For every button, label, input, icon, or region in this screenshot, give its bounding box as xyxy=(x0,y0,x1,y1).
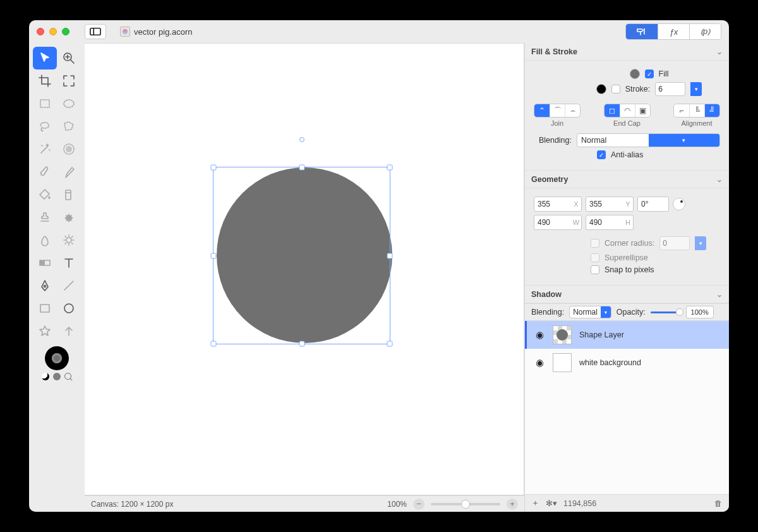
layer-blending-select[interactable]: Normal▾ xyxy=(569,306,611,318)
rotation-handle[interactable] xyxy=(299,137,304,142)
x-input[interactable]: 355X xyxy=(534,196,582,212)
pen-tool[interactable] xyxy=(33,274,57,297)
arrow-shape-tool[interactable] xyxy=(57,320,81,342)
eraser-tool[interactable] xyxy=(57,183,81,206)
layer-opacity-slider[interactable] xyxy=(651,311,681,313)
stroke-checkbox[interactable] xyxy=(611,85,620,94)
zoom-tool[interactable] xyxy=(57,47,81,70)
join-segmented[interactable]: ⌃ ⌒ ⌢ xyxy=(534,104,581,118)
handle-s[interactable] xyxy=(299,341,304,347)
canvas-size-label: Canvas: 1200 × 1200 px xyxy=(91,500,173,509)
document-icon xyxy=(120,27,130,37)
stroke-label: Stroke: xyxy=(625,85,651,94)
layer-name[interactable]: white background xyxy=(579,358,641,367)
default-colors-button[interactable] xyxy=(42,373,49,380)
snap-pixels-checkbox[interactable] xyxy=(591,265,599,274)
smudge-tool[interactable] xyxy=(33,229,57,251)
zoom-button[interactable] xyxy=(62,28,69,35)
swap-colors-button[interactable] xyxy=(53,373,61,380)
handle-ne[interactable] xyxy=(387,165,393,171)
blending-select[interactable]: Normal▾ xyxy=(577,133,720,147)
stroke-width-input[interactable]: 6 xyxy=(655,82,685,96)
zoom-slider[interactable] xyxy=(431,503,500,505)
y-input[interactable]: 355Y xyxy=(586,196,634,212)
antialias-checkbox[interactable]: ✓ xyxy=(597,150,606,159)
ellipse-select-tool[interactable] xyxy=(57,92,81,115)
h-input[interactable]: 490H xyxy=(586,215,634,230)
delete-layer-button[interactable]: 🗑 xyxy=(714,499,723,508)
alignment-segmented[interactable]: ⌐ ╚ ╝ xyxy=(673,104,720,118)
fill-color-swatch[interactable] xyxy=(630,69,640,79)
handle-se[interactable] xyxy=(387,341,393,347)
gradient-tool[interactable] xyxy=(33,251,57,274)
close-button[interactable] xyxy=(37,28,44,35)
layer-row[interactable]: ◉ white background xyxy=(525,349,729,377)
quick-mask-tool[interactable] xyxy=(57,138,81,160)
expand-tool[interactable] xyxy=(57,70,81,92)
visibility-toggle[interactable]: ◉ xyxy=(534,357,545,368)
endcap-square[interactable]: ▣ xyxy=(635,104,650,117)
geometry-header[interactable]: Geometry ⌄ xyxy=(525,171,729,188)
handle-n[interactable] xyxy=(299,165,304,171)
join-round[interactable]: ⌒ xyxy=(550,104,565,117)
rect-select-tool[interactable] xyxy=(33,92,57,115)
pencil-tool[interactable] xyxy=(57,160,81,183)
handle-e[interactable] xyxy=(387,253,393,258)
endcap-butt[interactable]: ◻ xyxy=(605,104,620,117)
align-center[interactable]: ╚ xyxy=(689,104,704,117)
brush-tool[interactable] xyxy=(33,160,57,183)
ellipse-shape-tool[interactable] xyxy=(57,297,81,320)
endcap-round[interactable]: ◠ xyxy=(620,104,635,117)
handle-nw[interactable] xyxy=(211,165,217,171)
add-layer-button[interactable]: ＋ xyxy=(531,498,539,509)
heal-tool[interactable] xyxy=(57,206,81,229)
align-outside[interactable]: ╝ xyxy=(704,104,719,117)
superellipse-checkbox[interactable] xyxy=(591,253,599,262)
corner-radius-stepper[interactable]: ▾ xyxy=(695,236,706,250)
align-inside[interactable]: ⌐ xyxy=(674,104,689,117)
stamp-tool[interactable] xyxy=(33,206,57,229)
fill-stroke-header[interactable]: Fill & Stroke ⌄ xyxy=(525,43,729,61)
handle-sw[interactable] xyxy=(211,341,217,347)
stroke-width-stepper[interactable]: ▾ xyxy=(690,82,702,96)
poly-lasso-tool[interactable] xyxy=(57,115,81,138)
lasso-tool[interactable] xyxy=(33,115,57,138)
shadow-header[interactable]: Shadow ⌄ xyxy=(525,286,729,303)
rotation-dial[interactable] xyxy=(673,198,685,210)
fill-checkbox[interactable]: ✓ xyxy=(645,70,654,78)
move-tool[interactable] xyxy=(33,47,57,70)
join-miter[interactable]: ⌃ xyxy=(534,104,550,117)
layer-row[interactable]: ◉ Shape Layer xyxy=(525,321,729,349)
star-shape-tool[interactable] xyxy=(33,320,57,342)
endcap-segmented[interactable]: ◻ ◠ ▣ xyxy=(604,104,651,118)
layer-opacity-input[interactable]: 100% xyxy=(686,306,714,318)
minimize-button[interactable] xyxy=(49,28,57,35)
dodge-tool[interactable] xyxy=(57,229,81,251)
wand-tool[interactable] xyxy=(33,138,57,160)
inspector-tab-fx[interactable]: ƒx xyxy=(658,24,689,39)
layer-name[interactable]: Shape Layer xyxy=(579,330,624,339)
corner-radius-checkbox[interactable] xyxy=(591,239,599,248)
handle-w[interactable] xyxy=(211,253,217,258)
sidebar-toggle-button[interactable] xyxy=(85,24,106,39)
rect-shape-tool[interactable] xyxy=(33,297,57,320)
canvas[interactable] xyxy=(85,43,524,495)
layer-actions-button[interactable]: ✻▾ xyxy=(546,499,557,508)
stroke-color-swatch[interactable] xyxy=(596,84,606,94)
foreground-color-well[interactable] xyxy=(45,346,69,370)
fill-tool[interactable] xyxy=(33,183,57,206)
join-bevel[interactable]: ⌢ xyxy=(565,104,580,117)
corner-radius-input[interactable]: 0 xyxy=(659,236,690,250)
titlebar: vector pig.acorn ƒx ⦅p⦆ xyxy=(29,20,729,43)
inspector-tab-properties[interactable] xyxy=(626,24,658,39)
zoom-out-button[interactable]: − xyxy=(413,499,424,510)
crop-tool[interactable] xyxy=(33,70,57,92)
visibility-toggle[interactable]: ◉ xyxy=(534,329,545,341)
inspector-tab-p[interactable]: ⦅p⦆ xyxy=(689,24,721,39)
rotation-input[interactable]: 0° xyxy=(637,196,669,212)
zoom-in-button[interactable]: + xyxy=(507,499,518,510)
color-picker-loupe[interactable] xyxy=(64,373,72,380)
w-input[interactable]: 490W xyxy=(534,215,582,230)
line-tool[interactable] xyxy=(57,274,81,297)
text-tool[interactable] xyxy=(57,251,81,274)
